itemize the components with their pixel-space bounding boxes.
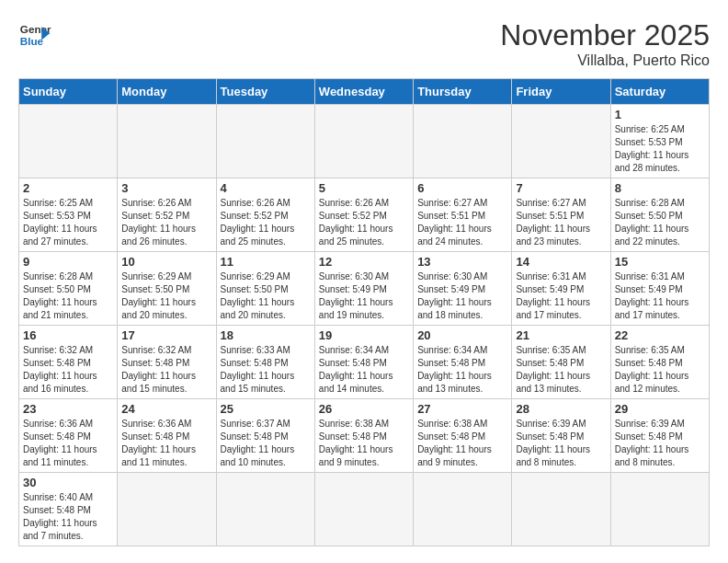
day-number: 16 — [23, 328, 113, 342]
day-number: 2 — [23, 181, 113, 195]
day-number: 29 — [615, 402, 705, 416]
calendar-cell: 21Sunrise: 6:35 AM Sunset: 5:48 PM Dayli… — [512, 326, 610, 399]
day-info: Sunrise: 6:31 AM Sunset: 5:49 PM Dayligh… — [615, 270, 705, 322]
day-number: 9 — [23, 255, 113, 269]
day-info: Sunrise: 6:25 AM Sunset: 5:53 PM Dayligh… — [23, 197, 113, 248]
day-number: 23 — [23, 402, 113, 416]
calendar-header-row: SundayMondayTuesdayWednesdayThursdayFrid… — [19, 79, 710, 105]
day-info: Sunrise: 6:34 AM Sunset: 5:48 PM Dayligh… — [417, 344, 507, 396]
day-number: 27 — [417, 402, 507, 416]
day-info: Sunrise: 6:27 AM Sunset: 5:51 PM Dayligh… — [516, 197, 606, 248]
svg-text:Blue: Blue — [20, 35, 44, 47]
day-info: Sunrise: 6:40 AM Sunset: 5:48 PM Dayligh… — [23, 491, 113, 543]
day-number: 3 — [121, 181, 211, 195]
day-number: 25 — [221, 402, 311, 416]
logo: General Blue — [18, 18, 51, 52]
day-number: 12 — [319, 255, 409, 269]
calendar-cell: 16Sunrise: 6:32 AM Sunset: 5:48 PM Dayli… — [19, 326, 118, 399]
calendar-cell: 1Sunrise: 6:25 AM Sunset: 5:53 PM Daylig… — [610, 105, 709, 178]
day-info: Sunrise: 6:26 AM Sunset: 5:52 PM Dayligh… — [221, 197, 311, 248]
day-number: 7 — [516, 181, 606, 195]
calendar-cell: 15Sunrise: 6:31 AM Sunset: 5:49 PM Dayli… — [610, 252, 709, 326]
calendar-header-friday: Friday — [512, 79, 610, 105]
day-number: 6 — [417, 181, 507, 195]
calendar-cell: 4Sunrise: 6:26 AM Sunset: 5:52 PM Daylig… — [216, 178, 314, 252]
logo-icon: General Blue — [18, 18, 51, 52]
calendar-week-row: 9Sunrise: 6:28 AM Sunset: 5:50 PM Daylig… — [19, 252, 710, 326]
calendar-cell: 7Sunrise: 6:27 AM Sunset: 5:51 PM Daylig… — [512, 178, 610, 252]
calendar-header-saturday: Saturday — [610, 79, 709, 105]
calendar-cell: 10Sunrise: 6:29 AM Sunset: 5:50 PM Dayli… — [118, 252, 216, 326]
day-number: 4 — [221, 181, 311, 195]
calendar-header-sunday: Sunday — [19, 79, 118, 105]
day-info: Sunrise: 6:26 AM Sunset: 5:52 PM Dayligh… — [121, 197, 211, 248]
day-number: 8 — [615, 181, 705, 195]
calendar-cell: 28Sunrise: 6:39 AM Sunset: 5:48 PM Dayli… — [512, 399, 610, 473]
day-info: Sunrise: 6:32 AM Sunset: 5:48 PM Dayligh… — [23, 344, 113, 396]
calendar-cell: 5Sunrise: 6:26 AM Sunset: 5:52 PM Daylig… — [314, 178, 413, 252]
day-info: Sunrise: 6:36 AM Sunset: 5:48 PM Dayligh… — [121, 418, 211, 469]
day-info: Sunrise: 6:39 AM Sunset: 5:48 PM Dayligh… — [516, 418, 606, 469]
location-title: Villalba, Puerto Rico — [500, 52, 710, 69]
calendar-table: SundayMondayTuesdayWednesdayThursdayFrid… — [18, 78, 710, 546]
calendar-cell: 17Sunrise: 6:32 AM Sunset: 5:48 PM Dayli… — [118, 326, 216, 399]
day-number: 26 — [319, 402, 409, 416]
day-number: 11 — [221, 255, 311, 269]
day-info: Sunrise: 6:28 AM Sunset: 5:50 PM Dayligh… — [23, 270, 113, 322]
calendar-cell — [610, 473, 709, 546]
day-info: Sunrise: 6:33 AM Sunset: 5:48 PM Dayligh… — [221, 344, 311, 396]
calendar-cell — [19, 105, 118, 178]
day-info: Sunrise: 6:25 AM Sunset: 5:53 PM Dayligh… — [615, 123, 705, 175]
calendar-cell — [118, 105, 216, 178]
calendar-cell — [216, 473, 314, 546]
calendar-cell: 8Sunrise: 6:28 AM Sunset: 5:50 PM Daylig… — [610, 178, 709, 252]
calendar-cell: 20Sunrise: 6:34 AM Sunset: 5:48 PM Dayli… — [414, 326, 512, 399]
calendar-cell — [512, 473, 610, 546]
calendar-cell: 18Sunrise: 6:33 AM Sunset: 5:48 PM Dayli… — [216, 326, 314, 399]
day-info: Sunrise: 6:27 AM Sunset: 5:51 PM Dayligh… — [417, 197, 507, 248]
day-info: Sunrise: 6:28 AM Sunset: 5:50 PM Dayligh… — [615, 197, 705, 248]
calendar-cell: 11Sunrise: 6:29 AM Sunset: 5:50 PM Dayli… — [216, 252, 314, 326]
calendar-week-row: 2Sunrise: 6:25 AM Sunset: 5:53 PM Daylig… — [19, 178, 710, 252]
day-number: 21 — [516, 328, 606, 342]
calendar-cell: 26Sunrise: 6:38 AM Sunset: 5:48 PM Dayli… — [314, 399, 413, 473]
day-info: Sunrise: 6:30 AM Sunset: 5:49 PM Dayligh… — [417, 270, 507, 322]
calendar-header-thursday: Thursday — [414, 79, 512, 105]
day-number: 18 — [221, 328, 311, 342]
day-number: 19 — [319, 328, 409, 342]
day-number: 24 — [121, 402, 211, 416]
day-number: 17 — [121, 328, 211, 342]
calendar-week-row: 30Sunrise: 6:40 AM Sunset: 5:48 PM Dayli… — [19, 473, 710, 546]
day-info: Sunrise: 6:34 AM Sunset: 5:48 PM Dayligh… — [319, 344, 409, 396]
calendar-cell — [512, 105, 610, 178]
calendar-cell: 2Sunrise: 6:25 AM Sunset: 5:53 PM Daylig… — [19, 178, 118, 252]
calendar-cell — [314, 473, 413, 546]
calendar-cell: 29Sunrise: 6:39 AM Sunset: 5:48 PM Dayli… — [610, 399, 709, 473]
calendar-cell: 9Sunrise: 6:28 AM Sunset: 5:50 PM Daylig… — [19, 252, 118, 326]
day-number: 13 — [417, 255, 507, 269]
day-number: 15 — [615, 255, 705, 269]
calendar-header-wednesday: Wednesday — [314, 79, 413, 105]
calendar-cell: 6Sunrise: 6:27 AM Sunset: 5:51 PM Daylig… — [414, 178, 512, 252]
day-info: Sunrise: 6:38 AM Sunset: 5:48 PM Dayligh… — [417, 418, 507, 469]
title-block: November 2025 Villalba, Puerto Rico — [500, 18, 710, 69]
calendar-week-row: 16Sunrise: 6:32 AM Sunset: 5:48 PM Dayli… — [19, 326, 710, 399]
calendar-cell — [414, 473, 512, 546]
day-info: Sunrise: 6:38 AM Sunset: 5:48 PM Dayligh… — [319, 418, 409, 469]
day-number: 1 — [615, 108, 705, 121]
day-info: Sunrise: 6:35 AM Sunset: 5:48 PM Dayligh… — [615, 344, 705, 396]
day-number: 22 — [615, 328, 705, 342]
day-info: Sunrise: 6:39 AM Sunset: 5:48 PM Dayligh… — [615, 418, 705, 469]
day-number: 10 — [121, 255, 211, 269]
day-info: Sunrise: 6:29 AM Sunset: 5:50 PM Dayligh… — [121, 270, 211, 322]
calendar-cell: 12Sunrise: 6:30 AM Sunset: 5:49 PM Dayli… — [314, 252, 413, 326]
page-header: General Blue November 2025 Villalba, Pue… — [18, 18, 710, 69]
day-info: Sunrise: 6:29 AM Sunset: 5:50 PM Dayligh… — [221, 270, 311, 322]
day-info: Sunrise: 6:32 AM Sunset: 5:48 PM Dayligh… — [121, 344, 211, 396]
day-info: Sunrise: 6:30 AM Sunset: 5:49 PM Dayligh… — [319, 270, 409, 322]
day-number: 28 — [516, 402, 606, 416]
month-title: November 2025 — [500, 18, 710, 52]
calendar-cell: 13Sunrise: 6:30 AM Sunset: 5:49 PM Dayli… — [414, 252, 512, 326]
calendar-cell: 24Sunrise: 6:36 AM Sunset: 5:48 PM Dayli… — [118, 399, 216, 473]
day-info: Sunrise: 6:37 AM Sunset: 5:48 PM Dayligh… — [221, 418, 311, 469]
